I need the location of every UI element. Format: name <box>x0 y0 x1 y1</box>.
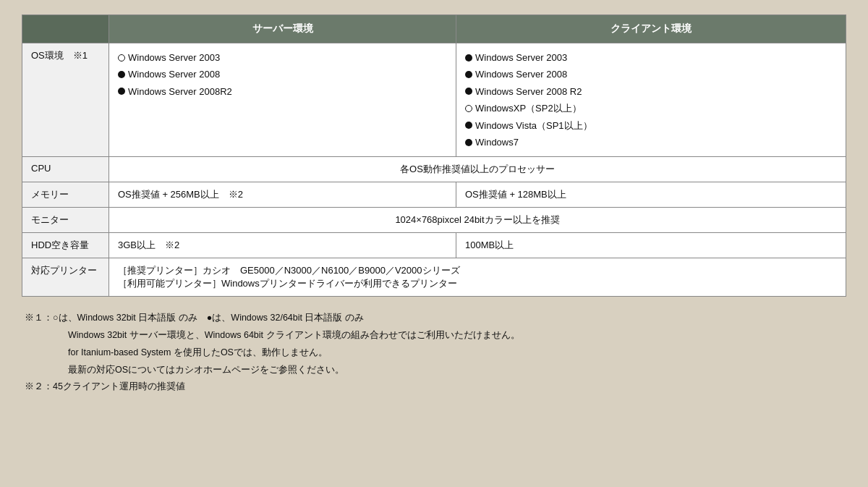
server-memory-cell: OS推奨値 + 256MB以上 ※2 <box>109 182 456 208</box>
bullet-empty-icon <box>465 105 472 112</box>
list-item: WindowsXP（SP2以上） <box>465 100 837 117</box>
row-label-monitor: モニター <box>22 208 109 233</box>
server-os-cell: Windows Server 2003 Windows Server 2008 … <box>109 43 456 157</box>
bullet-filled-icon <box>118 88 125 95</box>
note-1-detail2: for Itanium-based System を使用したOSでは、動作しませ… <box>25 344 846 362</box>
col-header-empty <box>22 15 109 43</box>
row-label-memory: メモリー <box>22 182 109 208</box>
list-item: Windows Server 2008 <box>465 66 837 82</box>
row-label-printer: 対応プリンター <box>22 258 109 297</box>
row-label-hdd: HDD空き容量 <box>22 233 109 258</box>
note-1-detail1: Windows 32bit サーバー環境と、Windows 64bit クライア… <box>25 327 846 344</box>
printer-line1: ［推奨プリンター］カシオ GE5000／N3000／N6100／B9000／V2… <box>118 264 837 277</box>
bullet-empty-icon <box>118 54 125 62</box>
table-row: OS環境 ※1 Windows Server 2003 Windows Serv… <box>22 43 846 157</box>
bullet-filled-icon <box>118 71 125 78</box>
printer-line2: ［利用可能プリンター］Windowsプリンタードライバーが利用できるプリンター <box>118 277 837 290</box>
spec-table: サーバー環境 クライアント環境 OS環境 ※1 Windows Server 2… <box>22 14 846 297</box>
list-item: Windows Server 2008 R2 <box>465 83 837 100</box>
client-hdd-cell: 100MB以上 <box>456 233 846 258</box>
table-row: メモリー OS推奨値 + 256MB以上 ※2 OS推奨値 + 128MB以上 <box>22 182 846 208</box>
bullet-filled-icon <box>465 122 472 129</box>
client-os-cell: Windows Server 2003 Windows Server 2008 … <box>456 43 846 157</box>
server-hdd-cell: 3GB以上 ※2 <box>109 233 456 258</box>
bullet-filled-icon <box>465 139 472 146</box>
table-row: モニター 1024×768pixcel 24bitカラー以上を推奨 <box>22 208 846 233</box>
note-2: ※２：45クライアント運用時の推奨値 <box>25 378 846 396</box>
list-item: Windows7 <box>465 134 837 151</box>
client-memory-cell: OS推奨値 + 128MB以上 <box>456 182 846 208</box>
list-item: Windows Server 2003 <box>465 49 837 66</box>
bullet-filled-icon <box>465 54 472 62</box>
client-os-list: Windows Server 2003 Windows Server 2008 … <box>465 49 837 151</box>
table-row: CPU 各OS動作推奨値以上のプロセッサー <box>22 157 846 182</box>
col-header-server: サーバー環境 <box>109 15 456 43</box>
row-label-os: OS環境 ※1 <box>22 43 109 157</box>
list-item: Windows Server 2008R2 <box>118 83 447 100</box>
col-header-client: クライアント環境 <box>456 15 846 43</box>
row-label-cpu: CPU <box>22 157 109 182</box>
server-os-list: Windows Server 2003 Windows Server 2008 … <box>118 49 447 100</box>
bullet-filled-icon <box>465 88 472 95</box>
list-item: Windows Server 2003 <box>118 49 447 66</box>
list-item: Windows Vista（SP1以上） <box>465 117 837 134</box>
cpu-value-cell: 各OS動作推奨値以上のプロセッサー <box>109 157 846 182</box>
note-1-detail3: 最新の対応OSについてはカシオホームページをご参照ください。 <box>25 362 846 379</box>
note-1: ※１：○は、Windows 32bit 日本語版 のみ ●は、Windows 3… <box>25 310 846 327</box>
notes-section: ※１：○は、Windows 32bit 日本語版 のみ ●は、Windows 3… <box>22 310 846 396</box>
table-row: HDD空き容量 3GB以上 ※2 100MB以上 <box>22 233 846 258</box>
bullet-filled-icon <box>465 71 472 78</box>
list-item: Windows Server 2008 <box>118 66 447 82</box>
table-row: 対応プリンター ［推奨プリンター］カシオ GE5000／N3000／N6100／… <box>22 258 846 297</box>
printer-value-cell: ［推奨プリンター］カシオ GE5000／N3000／N6100／B9000／V2… <box>109 258 846 297</box>
monitor-value-cell: 1024×768pixcel 24bitカラー以上を推奨 <box>109 208 846 233</box>
